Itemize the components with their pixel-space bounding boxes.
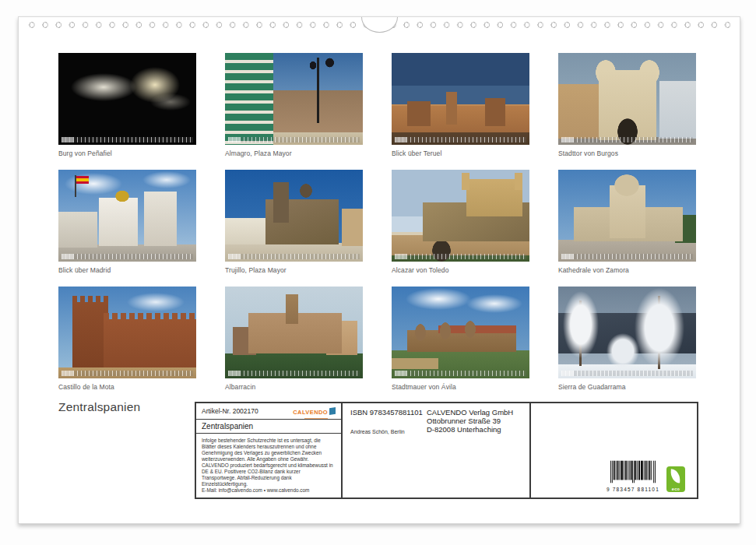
date-strip: [62, 254, 193, 259]
photo-burg-von-penafiel: [58, 53, 196, 145]
thumbnail-la-mota: Castillo de la Mota: [58, 287, 196, 403]
ean-barcode: 9 783457 881101: [607, 460, 659, 493]
thumbnail-madrid: Blick über Madrid: [58, 170, 196, 287]
thumbnail-almagro: Almagro, Plaza Mayor: [225, 53, 363, 170]
photo-blick-ueber-teruel: [392, 53, 529, 145]
date-strip: [62, 137, 193, 142]
photo-albarracin: [225, 287, 363, 378]
photo-caption: Alcazar von Toledo: [392, 266, 529, 274]
publisher-address: CALVENDO Verlag GmbH Ottobrunner Straße …: [427, 408, 513, 434]
date-strip: [395, 371, 526, 376]
date-strip: [561, 371, 693, 376]
calendar-title-cell: Zentralspanien: [196, 420, 341, 434]
publisher-info-box: Artikel-Nr. 2002170 CALVENDO Zentralspan…: [195, 402, 698, 499]
photo-stadtmauer-von-avila: [392, 287, 529, 378]
article-number: Artikel-Nr. 2002170: [202, 407, 258, 415]
info-middle-column: ISBN 9783457881101 CALVENDO Verlag GmbH …: [343, 403, 531, 498]
author-name: Andreas Schön, Berlin: [350, 429, 405, 434]
barcode-area: 9 783457 881101 eco: [607, 460, 685, 493]
date-strip: [228, 254, 360, 259]
photo-caption: Sierra de Guadarrama: [558, 383, 696, 391]
thumbnail-teruel: Blick über Teruel: [392, 53, 529, 170]
thumbnail-burg-von-penafiel: Burg von Peñafiel: [58, 53, 196, 170]
photo-caption: Blick über Teruel: [392, 149, 529, 157]
thumbnail-albarracin: Albarracin: [225, 287, 363, 403]
leaf-icon: [670, 469, 681, 483]
article-number-row: Artikel-Nr. 2002170 CALVENDO: [196, 403, 341, 420]
photo-almagro-plaza-mayor: [225, 53, 363, 145]
barcode-bars: [610, 460, 656, 483]
photo-caption: Stadttor von Burgos: [558, 149, 696, 157]
barcode-digits: 9 783457 881101: [607, 487, 659, 492]
calvendo-book-icon: [329, 407, 336, 415]
photo-grid: Burg von Peñafiel Almagro, Plaza Mayor B…: [58, 53, 696, 403]
calendar-back-page: Burg von Peñafiel Almagro, Plaza Mayor B…: [0, 0, 756, 545]
photo-caption: Burg von Peñafiel: [58, 149, 196, 157]
calvendo-logo: CALVENDO: [293, 403, 336, 420]
photo-caption: Albarracin: [225, 383, 363, 391]
photo-sierra-de-guadarrama: [558, 287, 696, 378]
photo-caption: Castillo de la Mota: [58, 383, 196, 391]
date-strip: [561, 254, 693, 259]
photo-caption: Stadtmauer von Ávila: [392, 383, 529, 391]
date-strip: [228, 137, 360, 142]
date-strip: [228, 371, 360, 376]
thumbnail-burgos: Stadttor von Burgos: [558, 53, 696, 170]
photo-caption: Kathedrale von Zamora: [558, 266, 696, 274]
legal-text: Infolge bestehender Schutzrechte ist es …: [196, 434, 341, 498]
thumbnail-trujillo: Trujillo, Plaza Mayor: [225, 170, 363, 287]
calvendo-tagline-line: [304, 418, 328, 420]
photo-stadttor-von-burgos: [558, 53, 696, 145]
thumbnail-toledo: Alcazar von Toledo: [392, 170, 529, 287]
thumbnail-avila: Stadtmauer von Ávila: [392, 287, 529, 403]
photo-caption: Blick über Madrid: [58, 266, 196, 274]
thumbnail-zamora: Kathedrale von Zamora: [558, 170, 696, 287]
photo-alcazar-von-toledo: [392, 170, 529, 262]
date-strip: [561, 137, 693, 142]
photo-kathedrale-von-zamora: [558, 170, 696, 262]
calvendo-wordmark: CALVENDO: [293, 403, 328, 420]
page-title: Zentralspanien: [58, 400, 140, 414]
eco-logo: eco: [666, 466, 685, 492]
eco-label: eco: [666, 487, 685, 491]
calvendo-logo-text: CALVENDO: [293, 409, 328, 416]
thumbnail-guadarrama: Sierra de Guadarrama: [558, 287, 696, 403]
photo-castillo-de-la-mota: [58, 287, 196, 378]
photo-trujillo-plaza-mayor: [225, 170, 363, 262]
date-strip: [395, 254, 526, 259]
photo-caption: Almagro, Plaza Mayor: [225, 149, 363, 157]
date-strip: [395, 137, 526, 142]
photo-blick-ueber-madrid: [58, 170, 196, 262]
spain-flag: [76, 176, 89, 184]
date-strip: [62, 371, 193, 376]
info-right-column: 9 783457 881101 eco: [531, 403, 697, 498]
info-left-column: Artikel-Nr. 2002170 CALVENDO Zentralspan…: [196, 403, 343, 498]
photo-caption: Trujillo, Plaza Mayor: [225, 266, 363, 274]
